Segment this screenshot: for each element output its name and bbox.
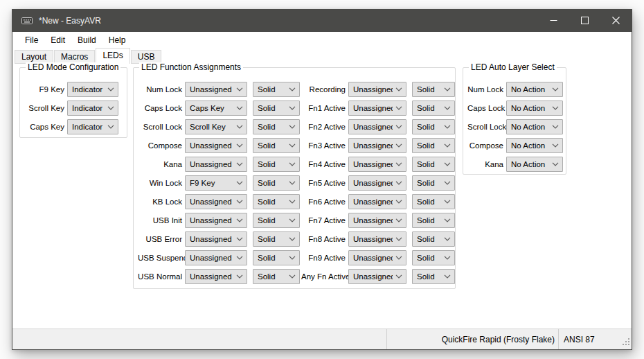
resize-grip-icon[interactable]	[623, 338, 630, 348]
combo-f9-key-mode-value: Indicator	[72, 85, 105, 94]
combo-fn5-active-assign[interactable]: Unassigned	[348, 175, 406, 191]
combo-win-lock-style[interactable]: Solid	[253, 175, 300, 191]
row-num-lock: Num LockUnassignedSolid	[138, 82, 300, 97]
combo-num-lock-auto-layer[interactable]: No Action	[506, 82, 563, 97]
combo-fn8-active-style[interactable]: Solid	[412, 231, 455, 247]
combo-scroll-lock-assign[interactable]: Scroll Key	[185, 119, 247, 134]
combo-fn3-active-style[interactable]: Solid	[412, 138, 455, 153]
menu-build[interactable]: Build	[71, 32, 102, 48]
chevron-down-icon	[395, 274, 402, 279]
combo-fn2-active-style[interactable]: Solid	[412, 119, 455, 134]
maximize-button[interactable]	[569, 10, 600, 32]
combo-num-lock-style-value: Solid	[258, 85, 286, 94]
combo-usb-error-style[interactable]: Solid	[253, 231, 300, 247]
chevron-down-icon	[552, 162, 559, 166]
row-any-fn-active: Any Fn ActiveUnassignedSolid	[301, 269, 455, 284]
combo-caps-lock-assign[interactable]: Caps Key	[185, 100, 247, 116]
combo-num-lock-assign[interactable]: Unassigned	[185, 82, 247, 97]
combo-caps-lock-style[interactable]: Solid	[253, 100, 300, 116]
combo-fn9-active-assign-value: Unassigned	[353, 254, 393, 262]
combo-usb-error-assign-value: Unassigned	[190, 235, 233, 243]
tab-leds[interactable]: LEDs	[96, 48, 129, 64]
minimize-button[interactable]	[538, 10, 569, 32]
row-usb-init: USB InitUnassignedSolid	[138, 213, 300, 228]
close-button[interactable]	[600, 10, 632, 32]
row-f9-key: F9 KeyIndicator	[24, 82, 123, 97]
combo-usb-error-assign[interactable]: Unassigned	[185, 231, 247, 247]
chevron-down-icon	[444, 274, 451, 279]
combo-any-fn-active-style[interactable]: Solid	[412, 269, 455, 284]
chevron-down-icon	[236, 106, 243, 110]
label-fn9-active: Fn9 Active	[301, 254, 346, 262]
combo-f9-key-mode[interactable]: Indicator	[67, 82, 118, 97]
status-layout: ANSI 87	[558, 329, 632, 349]
combo-caps-key-mode[interactable]: Indicator	[67, 119, 118, 134]
combo-scroll-key-mode[interactable]: Indicator	[67, 100, 118, 116]
combo-recording-assign[interactable]: Unassigned	[348, 82, 406, 97]
menu-help[interactable]: Help	[102, 32, 132, 48]
chevron-down-icon	[236, 87, 243, 91]
chevron-down-icon	[236, 162, 243, 166]
combo-usb-init-assign[interactable]: Unassigned	[185, 213, 247, 228]
combo-any-fn-active-assign-value: Unassigned	[353, 272, 393, 281]
combo-fn6-active-style[interactable]: Solid	[412, 194, 455, 209]
combo-compose-assign[interactable]: Unassigned	[185, 138, 247, 153]
combo-kana-assign-value: Unassigned	[190, 160, 233, 168]
combo-fn3-active-assign[interactable]: Unassigned	[348, 138, 406, 153]
combo-fn2-active-assign-value: Unassigned	[353, 123, 393, 131]
combo-usb-suspend-assign[interactable]: Unassigned	[185, 250, 247, 265]
combo-kana-style[interactable]: Solid	[253, 157, 300, 172]
combo-scroll-lock-assign-value: Scroll Key	[190, 123, 233, 131]
combo-fn4-active-assign[interactable]: Unassigned	[348, 157, 406, 172]
chevron-down-icon	[444, 143, 451, 148]
combo-kana-auto-layer[interactable]: No Action	[506, 157, 563, 172]
label-f9-key: F9 Key	[24, 85, 64, 94]
combo-fn7-active-assign[interactable]: Unassigned	[348, 213, 406, 228]
chevron-down-icon	[444, 106, 451, 110]
combo-fn1-active-style[interactable]: Solid	[412, 100, 455, 116]
chevron-down-icon	[395, 87, 402, 91]
chevron-down-icon	[444, 181, 451, 185]
app-window: *New - EasyAVR FileEditBuildHelp LayoutM…	[12, 9, 632, 350]
combo-scroll-lock-style[interactable]: Solid	[253, 119, 300, 134]
combo-compose-style[interactable]: Solid	[253, 138, 300, 153]
combo-caps-lock-auto-layer[interactable]: No Action	[506, 100, 563, 116]
combo-fn6-active-assign[interactable]: Unassigned	[348, 194, 406, 209]
tab-usb[interactable]: USB	[131, 50, 162, 64]
chevron-down-icon	[395, 125, 402, 129]
combo-num-lock-assign-value: Unassigned	[190, 85, 233, 94]
combo-usb-normal-style[interactable]: Solid	[253, 269, 300, 284]
combo-any-fn-active-assign[interactable]: Unassigned	[348, 269, 406, 284]
row-fn9-active: Fn9 ActiveUnassignedSolid	[301, 250, 455, 265]
menu-edit[interactable]: Edit	[44, 32, 71, 48]
chevron-down-icon	[236, 143, 243, 148]
combo-kana-assign[interactable]: Unassigned	[185, 157, 247, 172]
combo-fn9-active-assign[interactable]: Unassigned	[348, 250, 406, 265]
tab-macros[interactable]: Macros	[54, 50, 95, 64]
combo-fn7-active-style[interactable]: Solid	[412, 213, 455, 228]
combo-fn8-active-assign[interactable]: Unassigned	[348, 231, 406, 247]
tab-layout[interactable]: Layout	[15, 50, 53, 64]
combo-usb-init-style[interactable]: Solid	[253, 213, 300, 228]
combo-caps-lock-assign-value: Caps Key	[190, 104, 233, 112]
combo-fn2-active-assign[interactable]: Unassigned	[348, 119, 406, 134]
combo-fn5-active-style[interactable]: Solid	[412, 175, 455, 191]
combo-usb-suspend-style[interactable]: Solid	[253, 250, 300, 265]
combo-num-lock-style[interactable]: Solid	[253, 82, 300, 97]
combo-usb-normal-assign[interactable]: Unassigned	[185, 269, 247, 284]
combo-fn1-active-assign[interactable]: Unassigned	[348, 100, 406, 116]
combo-kb-lock-style[interactable]: Solid	[253, 194, 300, 209]
combo-scroll-lock-auto-layer[interactable]: No Action	[506, 119, 563, 134]
combo-win-lock-assign[interactable]: F9 Key	[185, 175, 247, 191]
combo-compose-auto-layer[interactable]: No Action	[506, 138, 563, 153]
menu-file[interactable]: File	[19, 32, 44, 48]
combo-fn4-active-style[interactable]: Solid	[412, 157, 455, 172]
combo-scroll-lock-style-value: Solid	[258, 123, 286, 131]
chevron-down-icon	[289, 181, 296, 185]
combo-recording-style[interactable]: Solid	[412, 82, 455, 97]
combo-kb-lock-assign[interactable]: Unassigned	[185, 194, 247, 209]
combo-fn7-active-style-value: Solid	[417, 216, 441, 225]
row-kana: KanaNo Action	[467, 157, 562, 172]
combo-any-fn-active-style-value: Solid	[417, 272, 441, 281]
combo-fn9-active-style[interactable]: Solid	[412, 250, 455, 265]
